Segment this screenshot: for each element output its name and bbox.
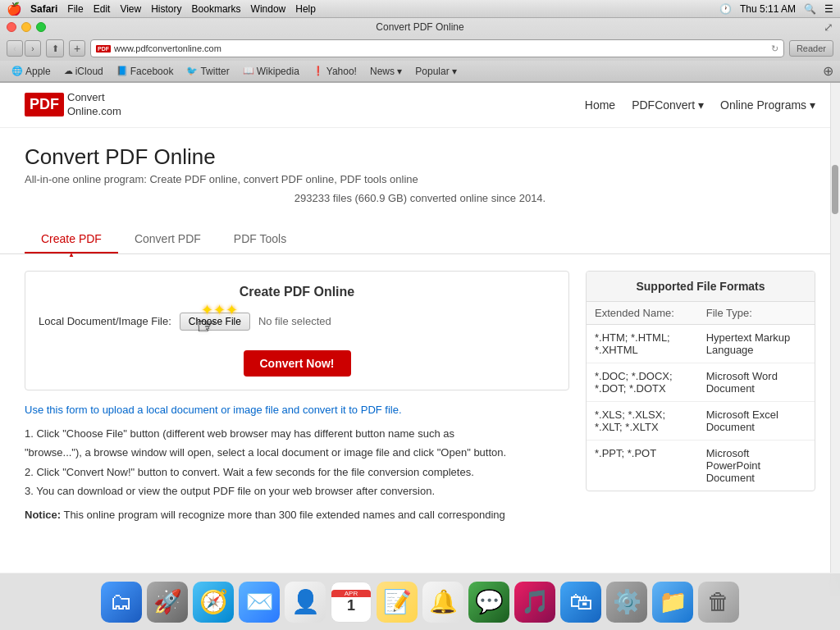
window-expand-icon[interactable]: ⤢ — [824, 21, 833, 34]
bookmark-yahoo[interactable]: ❗ Yahoo! — [308, 64, 362, 79]
menu-edit[interactable]: Edit — [94, 3, 111, 15]
format-ext-xls: *.XLS; *.XLSX; *.XLT; *.XLTX — [587, 401, 698, 440]
close-window-button[interactable] — [7, 22, 16, 32]
minimize-window-button[interactable] — [21, 22, 31, 32]
maximize-window-button[interactable] — [36, 22, 46, 32]
menu-time: Thu 5:11 AM — [740, 3, 796, 15]
dock-system-prefs[interactable]: ⚙️ — [606, 582, 647, 623]
dock-reminders[interactable]: 🔔 — [422, 582, 463, 623]
reader-button[interactable]: Reader — [789, 40, 833, 57]
logo-line2: Online.com — [67, 105, 121, 119]
wikipedia-bookmark-icon: 📖 — [243, 66, 254, 76]
format-ext-ppt: *.PPT; *.POT — [587, 440, 698, 491]
bookmark-news-label: News ▾ — [370, 66, 402, 77]
bookmark-news[interactable]: News ▾ — [365, 64, 407, 79]
tabs-bar: Create PDF Convert PDF PDF Tools — [0, 226, 840, 254]
scrollbar-thumb[interactable] — [832, 165, 838, 214]
dock-launchpad[interactable]: 🚀 — [147, 582, 188, 623]
browser-titlebar: Convert PDF Online ⤢ — [0, 18, 840, 36]
table-row: *.DOC; *.DOCX; *.DOT; *.DOTX Microsoft W… — [587, 363, 815, 401]
step-3: 3. You can download or view the output P… — [25, 482, 569, 500]
page-content: PDF Convert Online.com Home PDFConvert ▾… — [0, 83, 840, 596]
page-title: Convert PDF Online — [25, 144, 815, 170]
nav-online-programs[interactable]: Online Programs ▾ — [720, 98, 815, 112]
menu-view[interactable]: View — [120, 3, 141, 15]
dock-safari[interactable]: 🧭 — [193, 582, 234, 623]
nav-pdf-convert[interactable]: PDFConvert ▾ — [632, 98, 704, 112]
formats-col-ext: Extended Name: — [587, 302, 698, 325]
file-input-label: Local Document/Image File: — [39, 315, 171, 327]
dock-notes[interactable]: 📝 — [377, 582, 418, 623]
tab-pdf-tools[interactable]: PDF Tools — [217, 226, 303, 253]
dock-calendar[interactable]: APR 1 — [331, 582, 372, 623]
menu-file[interactable]: File — [67, 3, 83, 15]
formats-table: Extended Name: File Type: *.HTM; *.HTML;… — [587, 302, 815, 491]
menu-window[interactable]: Window — [251, 3, 286, 15]
nav-bar: ‹ › ⬆ + PDF www.pdfconvertonline.com ↻ R… — [0, 36, 840, 61]
site-favicon: PDF — [96, 45, 111, 52]
browser-chrome: Convert PDF Online ⤢ ‹ › ⬆ + PDF www.pdf… — [0, 18, 840, 83]
apple-menu[interactable]: 🍎 — [7, 2, 22, 16]
dock-itunes[interactable]: 🎵 — [514, 582, 555, 623]
nav-home[interactable]: Home — [585, 98, 615, 112]
tab-convert-pdf[interactable]: Convert PDF — [118, 226, 217, 253]
create-pdf-section: Create PDF Online Local Document/Image F… — [25, 271, 569, 522]
search-menubar-icon[interactable]: 🔍 — [804, 3, 816, 15]
dock-appstore[interactable]: 🛍 — [560, 582, 601, 623]
window-controls — [7, 22, 46, 32]
step-2: 2. Click "Convert Now!" button to conver… — [25, 463, 569, 482]
file-input-row: Local Document/Image File: Choose File ✦… — [39, 313, 555, 331]
address-bar[interactable]: PDF www.pdfconvertonline.com ↻ — [90, 39, 784, 57]
bookmark-twitter-label: Twitter — [200, 66, 229, 77]
dock-trash[interactable]: 🗑 — [698, 582, 739, 623]
bookmark-apple[interactable]: 🌐 Apple — [7, 64, 56, 79]
create-pdf-box-title: Create PDF Online — [39, 285, 555, 299]
back-button[interactable]: ‹ — [7, 40, 23, 57]
bookmark-facebook[interactable]: 📘 Facebook — [112, 64, 179, 79]
dock-messages[interactable]: 💬 — [468, 582, 509, 623]
menu-safari[interactable]: Safari — [30, 3, 57, 15]
bookmark-popular[interactable]: Popular ▾ — [410, 64, 462, 79]
bookmark-twitter[interactable]: 🐦 Twitter — [181, 64, 234, 79]
scrollbar-track[interactable] — [830, 83, 840, 596]
dock-mail[interactable]: ✉️ — [239, 582, 280, 623]
step-1: 1. Click "Choose File" button (different… — [25, 424, 569, 443]
dock-finder[interactable]: 🗂 — [101, 582, 142, 623]
convert-now-button[interactable]: Convert Now! — [244, 350, 351, 377]
menu-bar: 🍎 Safari File Edit View History Bookmark… — [0, 0, 840, 18]
format-ext-htm: *.HTM; *.HTML; *.XHTML — [587, 324, 698, 363]
bookmark-icloud[interactable]: ☁ iCloud — [59, 64, 108, 79]
bookmark-icloud-label: iCloud — [75, 66, 103, 77]
icloud-bookmark-icon: ☁ — [64, 66, 73, 76]
new-tab-icon[interactable]: ⊕ — [823, 63, 833, 79]
bookmark-wikipedia-label: Wikipedia — [257, 66, 299, 77]
logo-pdf-badge: PDF — [25, 93, 64, 116]
cursor-container: Choose File ✦✦✦ ☞ — [180, 313, 250, 331]
menu-help[interactable]: Help — [295, 3, 316, 15]
reload-button[interactable]: ↻ — [771, 43, 778, 54]
tab-create-pdf[interactable]: Create PDF — [25, 226, 118, 253]
twitter-bookmark-icon: 🐦 — [186, 66, 198, 76]
share-button[interactable]: ⬆ — [46, 39, 64, 57]
menu-bookmarks[interactable]: Bookmarks — [192, 3, 241, 15]
choose-file-button[interactable]: Choose File — [180, 313, 250, 331]
bookmark-wikipedia[interactable]: 📖 Wikipedia — [238, 64, 304, 79]
dock-finder2[interactable]: 📁 — [652, 582, 693, 623]
forward-button[interactable]: › — [25, 40, 41, 57]
notice-content: This online program will recognize more … — [63, 509, 504, 521]
table-row: *.HTM; *.HTML; *.XHTML Hypertext Markup … — [587, 324, 815, 363]
menu-history[interactable]: History — [151, 3, 181, 15]
step-1b: "browse..."), a browse window will open,… — [25, 443, 569, 462]
main-area: Create PDF Online Local Document/Image F… — [0, 254, 840, 538]
new-tab-button[interactable]: + — [69, 40, 85, 57]
create-pdf-box: Create PDF Online Local Document/Image F… — [25, 271, 569, 390]
dock-contacts[interactable]: 👤 — [285, 582, 326, 623]
hero-stats: 293233 files (660.9 GB) converted online… — [25, 192, 815, 204]
table-row: *.PPT; *.POT Microsoft PowerPoint Docume… — [587, 440, 815, 491]
dock: 🗂 🚀 🧭 ✉️ 👤 APR 1 📝 🔔 💬 🎵 🛍 ⚙️ 📁 🗑 — [0, 573, 840, 630]
logo-text: Convert Online.com — [67, 91, 121, 119]
yahoo-bookmark-icon: ❗ — [313, 66, 324, 76]
facebook-bookmark-icon: 📘 — [116, 66, 128, 76]
grid-icon[interactable]: ☰ — [824, 3, 833, 15]
site-nav: Home PDFConvert ▾ Online Programs ▾ — [585, 98, 815, 112]
